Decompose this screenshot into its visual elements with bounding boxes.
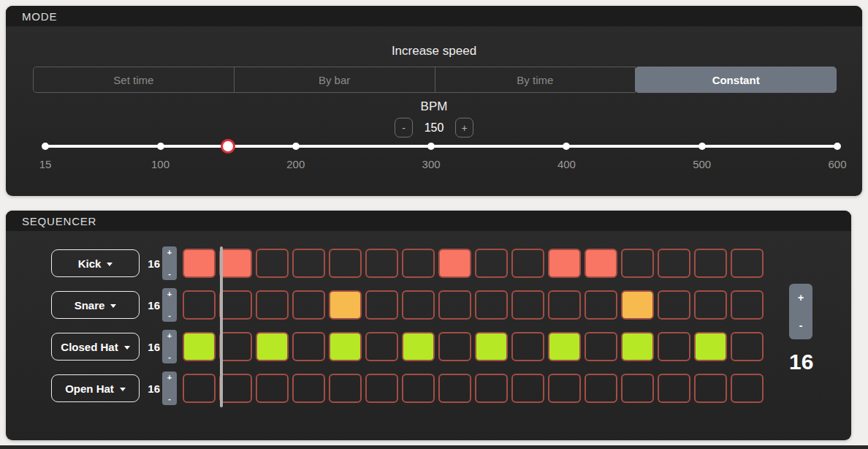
step-cell[interactable] [548,374,581,403]
tab-set-time[interactable]: Set time [33,67,235,93]
step-cell[interactable] [585,374,617,403]
steps-increment-button[interactable]: + [789,293,812,303]
step-cell[interactable] [329,374,362,403]
step-cell[interactable] [658,249,690,278]
step-cell-active[interactable] [621,290,654,320]
mode-panel-header: MODE [6,6,862,26]
step-cell-active[interactable] [329,332,362,361]
step-cell[interactable] [511,374,544,403]
step-cell[interactable] [475,374,508,403]
mode-tabs: Set timeBy barBy timeConstant [33,67,837,93]
step-cell[interactable] [694,290,727,320]
step-cell[interactable] [658,374,690,403]
row-increment-button[interactable]: + [162,374,177,382]
step-cell[interactable] [292,290,325,320]
step-cell[interactable] [219,374,252,403]
step-cell[interactable] [402,374,435,403]
step-cell[interactable] [365,290,398,320]
tab-constant[interactable]: Constant [635,67,837,93]
step-cell[interactable] [511,290,544,320]
step-cell[interactable] [621,374,654,403]
step-cell[interactable] [585,332,617,361]
step-cell-active[interactable] [585,249,617,278]
tab-by-bar[interactable]: By bar [234,67,435,93]
step-cell[interactable] [365,249,398,278]
step-cell[interactable] [621,249,654,278]
slider-tick-label: 15 [39,158,52,170]
step-cell[interactable] [731,249,764,278]
row-decrement-button[interactable]: - [162,270,177,278]
row-increment-button[interactable]: + [162,249,177,257]
step-cell[interactable] [183,290,216,320]
slider-tick-label: 300 [422,158,441,170]
step-cell-active[interactable] [621,332,654,361]
instrument-dropdown[interactable]: Closed Hat [51,333,140,361]
step-cell[interactable] [658,290,690,320]
step-cell[interactable] [585,290,617,320]
step-cell[interactable] [329,249,362,278]
step-cell[interactable] [731,374,764,403]
step-cell[interactable] [731,290,764,320]
sequencer-row-closed-hat: Closed Hat16+- [51,332,764,361]
bpm-slider-labels: 15100200300400500600 [45,158,837,173]
next-panel-edge [0,445,868,449]
step-cell[interactable] [694,249,727,278]
step-cell-active[interactable] [402,332,435,361]
row-stepper: +- [162,288,177,322]
row-decrement-button[interactable]: - [162,395,177,403]
instrument-dropdown[interactable]: Kick [51,249,140,277]
bpm-slider-handle[interactable] [221,139,235,154]
step-cell[interactable] [219,332,252,361]
step-cell[interactable] [475,249,508,278]
bpm-decrement-button[interactable]: - [395,118,413,137]
step-cell-active[interactable] [256,332,289,361]
step-cell-active[interactable] [183,249,216,278]
step-cell-active[interactable] [329,290,362,320]
sequencer-row-kick: Kick16+- [51,249,764,278]
step-cell[interactable] [292,249,325,278]
row-increment-button[interactable]: + [162,332,177,340]
step-cell-active[interactable] [475,332,508,361]
instrument-label: Closed Hat [61,341,118,353]
instrument-label: Snare [75,299,105,312]
step-cell-active[interactable] [548,249,581,278]
tab-by-time[interactable]: By time [435,67,636,93]
instrument-dropdown[interactable]: Snare [51,291,140,319]
step-cell[interactable] [694,374,727,403]
dropdown-caret-icon [124,346,130,350]
step-cell[interactable] [438,374,471,403]
instrument-dropdown[interactable]: Open Hat [51,374,140,402]
step-cell[interactable] [548,290,581,320]
step-cell[interactable] [365,374,398,403]
step-cell[interactable] [438,290,471,320]
step-cell-active[interactable] [438,249,471,278]
row-decrement-button[interactable]: - [162,353,177,361]
step-cell[interactable] [438,332,471,361]
step-cell[interactable] [183,374,216,403]
step-cell[interactable] [365,332,398,361]
step-cell[interactable] [402,290,435,320]
bpm-value: 150 [422,121,446,135]
step-cell[interactable] [658,332,690,361]
step-cell[interactable] [292,332,325,361]
step-cell[interactable] [731,332,764,361]
step-cell[interactable] [511,332,544,361]
bpm-slider-track[interactable] [45,145,837,148]
step-cell[interactable] [256,249,289,278]
step-cell[interactable] [511,249,544,278]
step-cell-active[interactable] [694,332,727,361]
bpm-increment-button[interactable]: + [455,118,473,137]
step-cell-active[interactable] [183,332,216,361]
step-cell-active[interactable] [548,332,581,361]
row-decrement-button[interactable]: - [162,312,177,320]
step-cell[interactable] [292,374,325,403]
step-cell-active[interactable] [219,249,252,278]
step-cell[interactable] [475,290,508,320]
step-cell[interactable] [219,290,252,320]
mode-panel-title: MODE [22,10,57,23]
row-increment-button[interactable]: + [162,290,177,298]
steps-decrement-button[interactable]: - [789,320,812,331]
step-cell[interactable] [402,249,435,278]
step-cell[interactable] [256,290,289,320]
step-cell[interactable] [256,374,289,403]
